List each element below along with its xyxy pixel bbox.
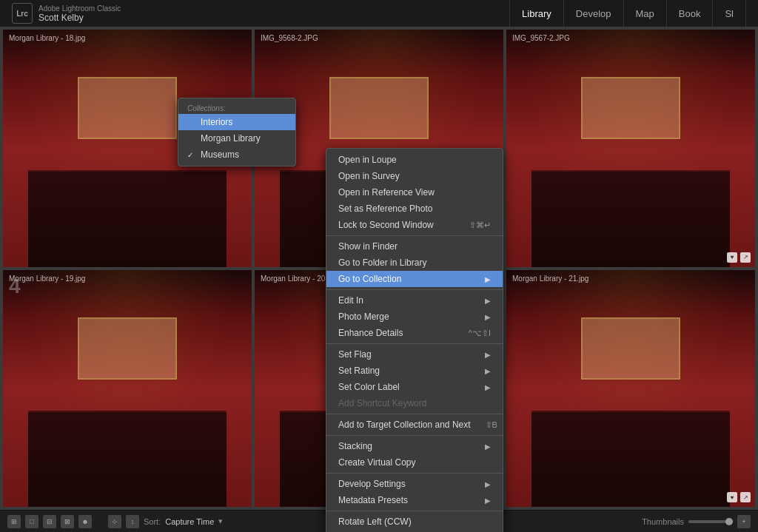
go-to-collection-submenu: Collections: Interiors Morgan Library ✓ … [178, 98, 296, 166]
menu-edit-in[interactable]: Edit In ▶ [326, 292, 503, 309]
app-branding: Lrc Adobe Lightroom Classic Scott Kelby [12, 3, 121, 24]
set-rating-arrow: ▶ [485, 367, 491, 375]
develop-settings-arrow: ▶ [485, 480, 491, 488]
separator-7 [326, 511, 503, 511]
top-bar: Lrc Adobe Lightroom Classic Scott Kelby … [0, 0, 758, 27]
menu-lock-shortcut: ⇧⌘↵ [469, 220, 491, 230]
top-nav: Library Develop Map Book Sl [509, 0, 746, 27]
cell-filename-1: Morgan Library - 18.jpg [9, 34, 85, 42]
loupe-view-icon[interactable]: □ [25, 515, 38, 528]
thumbnail-size-slider[interactable] [688, 520, 733, 523]
cell-badge-3: ♥ [727, 252, 737, 263]
sort-label: Sort: [144, 517, 161, 526]
menu-set-rating[interactable]: Set Rating ▶ [326, 363, 503, 379]
edit-in-arrow: ▶ [485, 297, 491, 305]
menu-show-finder[interactable]: Show in Finder [326, 238, 503, 255]
menu-add-shortcut-keyword: Add Shortcut Keyword [326, 395, 503, 411]
submenu-item-museums[interactable]: ✓ Museums [178, 147, 295, 163]
compare-view-icon[interactable]: ⊟ [43, 515, 56, 528]
go-collection-arrow: ▶ [485, 275, 491, 283]
thumbnails-label: Thumbnails [642, 517, 684, 526]
separator-1 [326, 235, 503, 236]
set-color-arrow: ▶ [485, 383, 491, 391]
menu-rotate-left[interactable]: Rotate Left (CCW) [326, 514, 503, 530]
app-logo: Lrc [12, 3, 33, 24]
grid-cell-6[interactable]: Morgan Library - 21.jpg ♥ ↗ [506, 270, 755, 508]
menu-develop-settings[interactable]: Develop Settings ▶ [326, 476, 503, 492]
set-flag-arrow: ▶ [485, 351, 491, 359]
submenu-item-morgan-library[interactable]: Morgan Library [178, 130, 295, 147]
user-name: Scott Kelby [38, 13, 121, 23]
menu-create-virtual-copy[interactable]: Create Virtual Copy [326, 454, 503, 471]
cell-filename-3: IMG_9567-2.JPG [512, 34, 570, 42]
add-target-shortcut: ⇧B [486, 420, 497, 430]
cell-filename-6: Morgan Library - 21.jpg [512, 275, 588, 283]
metadata-presets-arrow: ▶ [485, 496, 491, 505]
nav-slideshow[interactable]: Sl [713, 0, 746, 27]
menu-stacking[interactable]: Stacking ▶ [326, 438, 503, 454]
separator-5 [326, 435, 503, 436]
separator-4 [326, 414, 503, 414]
menu-set-flag[interactable]: Set Flag ▶ [326, 346, 503, 363]
menu-metadata-presets[interactable]: Metadata Presets ▶ [326, 492, 503, 508]
bottom-left: ⊞ □ ⊟ ⊠ ☻ ⊹ ↕ Sort: Capture Time ▾ [7, 515, 223, 528]
cell-badge-6: ♥ [727, 492, 737, 502]
stacking-arrow: ▶ [485, 442, 491, 451]
bottom-right: Thumbnails + [642, 515, 751, 528]
sort-direction: ▾ [218, 516, 223, 526]
cell-filename-2: IMG_9568-2.JPG [261, 34, 318, 42]
nav-book[interactable]: Book [667, 0, 714, 27]
menu-open-survey[interactable]: Open in Survey [326, 168, 503, 184]
menu-open-loupe[interactable]: Open in Loupe [326, 152, 503, 168]
cell-filename-4: Morgan Library - 19.jpg [9, 275, 85, 283]
sort-icon[interactable]: ↕ [126, 515, 139, 528]
menu-add-target-collection[interactable]: Add to Target Collection and Next ⇧B [326, 417, 503, 433]
context-menu: Open in Loupe Open in Survey Open in Ref… [326, 148, 503, 532]
app-info: Adobe Lightroom Classic Scott Kelby [38, 4, 121, 23]
nav-map[interactable]: Map [624, 0, 667, 27]
menu-lock-second-window[interactable]: Lock to Second Window ⇧⌘↵ [326, 217, 503, 233]
nav-develop[interactable]: Develop [564, 0, 624, 27]
cell-badge-3b: ↗ [740, 252, 751, 263]
menu-go-folder[interactable]: Go to Folder in Library [326, 255, 503, 271]
grid-cell-4[interactable]: 4 Morgan Library - 19.jpg [3, 270, 252, 508]
menu-set-color-label[interactable]: Set Color Label ▶ [326, 379, 503, 395]
enhance-shortcut: ^⌥⇧I [469, 329, 491, 338]
separator-2 [326, 289, 503, 290]
app-name: Adobe Lightroom Classic [38, 4, 121, 13]
survey-view-icon[interactable]: ⊠ [61, 515, 74, 528]
photo-merge-arrow: ▶ [485, 313, 491, 321]
menu-open-reference[interactable]: Open in Reference View [326, 184, 503, 201]
cell-badge-6b: ↗ [740, 492, 751, 502]
grid-cell-3[interactable]: IMG_9567-2.JPG ♥ ↗ [506, 30, 755, 267]
separator-3 [326, 343, 503, 344]
submenu-collections-label: Collections: [178, 101, 295, 114]
menu-set-reference[interactable]: Set as Reference Photo [326, 201, 503, 217]
menu-photo-merge[interactable]: Photo Merge ▶ [326, 309, 503, 325]
people-view-icon[interactable]: ☻ [78, 515, 92, 528]
separator-6 [326, 473, 503, 474]
grid-view-icon[interactable]: ⊞ [7, 515, 21, 528]
menu-go-collection[interactable]: Go to Collection ▶ [326, 271, 503, 287]
nav-library[interactable]: Library [509, 0, 564, 27]
thumbnail-size-icon[interactable]: + [737, 515, 751, 528]
submenu-item-interiors[interactable]: Interiors [178, 114, 295, 130]
sort-value[interactable]: Capture Time [165, 517, 214, 526]
filter-icon[interactable]: ⊹ [108, 515, 121, 528]
museums-check: ✓ [187, 151, 196, 159]
menu-enhance-details[interactable]: Enhance Details ^⌥⇧I [326, 325, 503, 341]
